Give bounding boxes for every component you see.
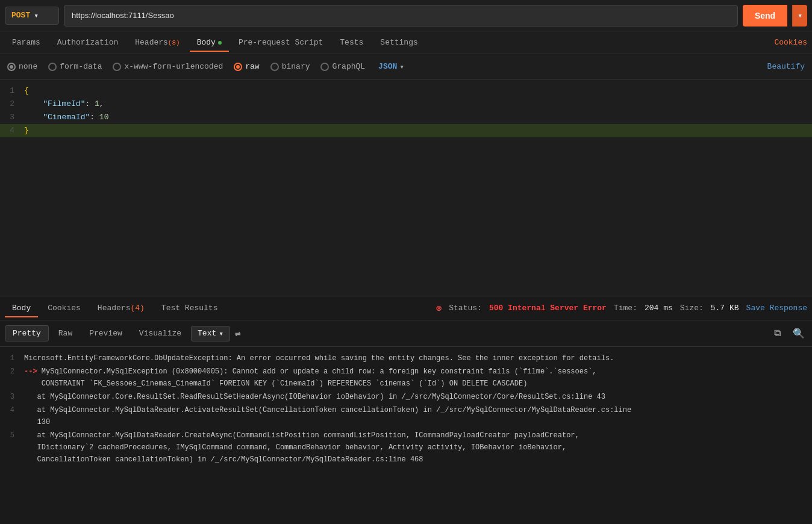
tab-tests[interactable]: Tests: [333, 33, 370, 52]
method-dropdown[interactable]: POST ▾: [5, 7, 59, 25]
code-editor[interactable]: 1 { 2 "FilmeId": 1, 3 "CinemaId": 10 4 }: [0, 80, 812, 296]
option-raw[interactable]: raw: [234, 62, 259, 71]
tab-settings[interactable]: Settings: [373, 33, 425, 52]
wrap-icon[interactable]: ⇌: [235, 328, 241, 340]
beautify-button[interactable]: Beautify: [767, 62, 805, 71]
text-type-dropdown[interactable]: Text ▾: [191, 326, 230, 342]
send-button[interactable]: Send: [743, 5, 787, 27]
format-tab-raw[interactable]: Raw: [51, 326, 80, 341]
code-line-4: 4 }: [0, 124, 812, 137]
tab-params[interactable]: Params: [5, 33, 48, 52]
tab-authorization[interactable]: Authorization: [50, 33, 125, 52]
method-chevron-icon: ▾: [34, 11, 39, 20]
tab-headers[interactable]: Headers(8): [128, 33, 187, 52]
method-label: POST: [11, 11, 30, 20]
status-error-icon: ⊗: [436, 302, 442, 314]
response-line-3: 3 at MySqlConnector.Core.ResultSet.ReadR…: [0, 390, 812, 404]
response-line-5: 5 at MySqlConnector.MySqlDataReader.Crea…: [0, 429, 812, 466]
response-tabs-row: Body Cookies Headers(4) Test Results ⊗ S…: [0, 296, 812, 320]
radio-form-data-circle: [48, 63, 57, 71]
json-chevron-icon: ▾: [399, 62, 404, 72]
status-code: 500 Internal Server Error: [489, 304, 607, 313]
response-line-2: 2 --> MySqlConnector.MySqlException (0x8…: [0, 365, 812, 390]
response-line-4: 4 at MySqlConnector.MySqlDataReader.Acti…: [0, 404, 812, 429]
format-tab-visualize[interactable]: Visualize: [132, 326, 189, 341]
text-chevron-icon: ▾: [219, 329, 223, 338]
format-actions: ⧉ 🔍: [772, 326, 807, 341]
top-bar: POST ▾ Send ▾: [0, 0, 812, 31]
save-response-button[interactable]: Save Response: [746, 304, 807, 313]
resp-tab-test-results[interactable]: Test Results: [154, 299, 225, 317]
request-tabs: Params Authorization Headers(8) Body Pre…: [0, 31, 812, 54]
send-dropdown[interactable]: ▾: [792, 5, 807, 27]
url-input[interactable]: [64, 5, 738, 27]
send-chevron-icon: ▾: [798, 11, 802, 20]
json-type-dropdown[interactable]: JSON ▾: [378, 62, 404, 72]
option-form-data[interactable]: form-data: [48, 62, 102, 71]
response-status-info: ⊗ Status: 500 Internal Server Error Time…: [436, 302, 807, 314]
cookies-link[interactable]: Cookies: [774, 38, 807, 47]
tab-body[interactable]: Body: [190, 33, 229, 52]
format-tab-pretty[interactable]: Pretty: [5, 325, 49, 342]
code-line-3: 3 "CinemaId": 10: [0, 111, 812, 124]
status-label: Status:: [449, 304, 482, 313]
response-body: 1 Microsoft.EntityFrameworkCore.DbUpdate…: [0, 347, 812, 524]
code-line-1: 1 {: [0, 84, 812, 98]
option-none[interactable]: none: [7, 62, 37, 71]
radio-binary-circle: [270, 63, 279, 71]
response-line-1: 1 Microsoft.EntityFrameworkCore.DbUpdate…: [0, 352, 812, 365]
code-line-2: 2 "FilmeId": 1,: [0, 98, 812, 111]
size-label: Size:: [680, 304, 704, 313]
option-graphql[interactable]: GraphQL: [320, 62, 365, 71]
radio-urlencoded-circle: [113, 63, 121, 71]
body-dot: [218, 41, 222, 45]
option-urlencoded[interactable]: x-www-form-urlencoded: [113, 62, 223, 71]
radio-raw-circle: [234, 63, 242, 71]
time-label: Time:: [614, 304, 637, 313]
resp-tab-headers[interactable]: Headers(4): [90, 299, 152, 317]
tab-pre-request-script[interactable]: Pre-request Script: [231, 33, 330, 52]
search-icon[interactable]: 🔍: [790, 326, 807, 341]
size-value: 5.7 KB: [711, 304, 739, 313]
time-value: 204 ms: [645, 304, 673, 313]
option-binary[interactable]: binary: [270, 62, 310, 71]
format-row: Pretty Raw Preview Visualize Text ▾ ⇌ ⧉ …: [0, 320, 812, 347]
copy-icon[interactable]: ⧉: [772, 326, 783, 340]
body-options-row: none form-data x-www-form-urlencoded raw…: [0, 54, 812, 80]
resp-tab-cookies[interactable]: Cookies: [40, 299, 88, 317]
resp-tab-body[interactable]: Body: [5, 299, 38, 317]
format-tab-preview[interactable]: Preview: [82, 326, 130, 341]
radio-graphql-circle: [320, 63, 329, 71]
radio-none-circle: [7, 63, 16, 71]
